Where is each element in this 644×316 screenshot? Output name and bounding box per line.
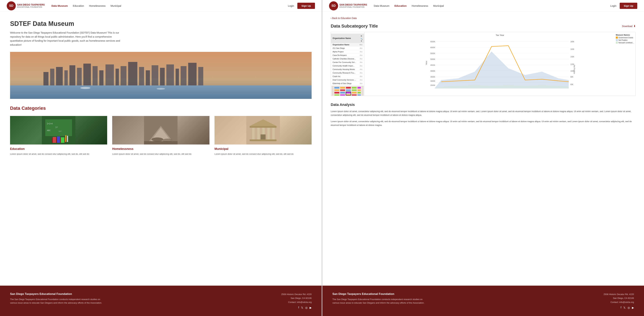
education-category-name[interactable]: Education: [10, 147, 107, 151]
svg-rect-35: [61, 137, 64, 143]
svg-rect-67: [346, 92, 351, 94]
svg-text:5500K: 5500K: [430, 53, 435, 54]
svg-text:Net Position: Net Position: [574, 65, 575, 74]
svg-rect-3: [50, 69, 54, 85]
svg-rect-65: [334, 92, 340, 94]
svg-rect-51: [267, 128, 270, 139]
filter-item-center[interactable]: Center For Community Sol... Abc: [331, 61, 364, 64]
left-nav-municipal[interactable]: Municipal: [110, 4, 121, 7]
chart-svg: 6500K 6000K 5500K 5000K 4500K 4000K 3500…: [368, 38, 632, 92]
svg-rect-56: [340, 87, 345, 89]
svg-rect-22: [188, 63, 196, 85]
filter-item-community-housing[interactable]: Community Housing Works Abc: [331, 68, 364, 71]
left-nav-data-museum[interactable]: Data Museum: [52, 4, 68, 7]
svg-rect-6: [70, 65, 75, 85]
left-footer-social: f 𝕏 ◎ ▶: [281, 306, 312, 309]
right-nav-municipal[interactable]: Municipal: [433, 4, 444, 7]
svg-text:2500K: 2500K: [430, 84, 435, 86]
left-login-button[interactable]: Login: [288, 4, 294, 7]
right-nav-education[interactable]: Education: [394, 4, 407, 7]
left-signup-button[interactable]: Sign Up: [297, 3, 315, 9]
svg-rect-11: [106, 65, 114, 85]
left-logo-circle: SD: [7, 1, 16, 11]
filter-item-casa[interactable]: Casa De Amparo Abc: [331, 54, 364, 57]
svg-rect-16: [146, 70, 150, 85]
twitter-icon[interactable]: 𝕏: [301, 306, 303, 309]
right-footer: San Diego Taxpayers Educational Foundati…: [322, 286, 644, 316]
left-nav-education[interactable]: Education: [73, 4, 84, 7]
svg-rect-9: [92, 66, 98, 85]
homelessness-category-desc: Lorem ipsum dolor sit amet, sed do conse…: [112, 152, 209, 156]
download-icon: ⬇: [634, 25, 636, 28]
right-footer-left: San Diego Taxpayers Educational Foundati…: [332, 292, 425, 305]
download-button[interactable]: Download ⬇: [622, 25, 636, 28]
right-main-content: Back to Education Data Data Subcategory …: [322, 12, 644, 286]
left-main-content: SDTEF Data Museum Welcome to the San Die…: [0, 12, 322, 286]
svg-marker-118: [434, 52, 569, 88]
right-instagram-icon[interactable]: ◎: [628, 306, 630, 309]
filter-item-211[interactable]: 211 San Diego Abc: [331, 47, 364, 50]
education-image: 2+2=4 ∑x² ABC π r²: [10, 116, 107, 145]
svg-rect-36: [66, 135, 66, 142]
education-category-desc: Lorem ipsum dolor sit amet, sed do conse…: [10, 152, 107, 156]
svg-rect-37: [67, 136, 68, 142]
homelessness-image: [112, 116, 209, 145]
right-youtube-icon[interactable]: ▶: [632, 306, 634, 309]
svg-point-25: [157, 88, 165, 90]
filter-item-deaf[interactable]: Deaf Community Services ... Abc: [331, 78, 364, 82]
category-card-homelessness: Homelessness Lorem ipsum dolor sit amet,…: [112, 116, 209, 156]
svg-rect-13: [120, 66, 126, 85]
youtube-icon[interactable]: ▶: [310, 306, 312, 309]
filter-item-community-research[interactable]: Community Research Fou... Abc: [331, 71, 364, 75]
right-login-button[interactable]: Login: [610, 4, 616, 7]
svg-rect-18: [160, 68, 165, 85]
right-nav-homelessness[interactable]: Homelessness: [412, 4, 428, 7]
svg-rect-57: [346, 87, 351, 89]
svg-rect-14: [128, 62, 137, 85]
svg-rect-74: [358, 94, 361, 96]
svg-rect-45: [250, 139, 276, 141]
svg-rect-19: [166, 65, 174, 85]
back-link[interactable]: Back to Education Data: [331, 17, 636, 20]
right-facebook-icon[interactable]: f: [621, 306, 621, 309]
svg-text:ABC: ABC: [47, 129, 51, 131]
filter-header: Organization Name × 🔍 ▼: [331, 34, 364, 43]
subcategory-title: Data Subcategory Title: [331, 24, 378, 29]
right-signup-button[interactable]: Sign Up: [620, 3, 637, 9]
filter-close-icon[interactable]: ×: [360, 35, 362, 38]
right-twitter-icon[interactable]: 𝕏: [623, 306, 626, 309]
intro-text: Welcome to the San Diego Taxpayers Educa…: [10, 31, 124, 47]
left-nav-homelessness[interactable]: Homelessness: [89, 4, 106, 7]
svg-text:4500K: 4500K: [430, 64, 435, 66]
svg-rect-4: [56, 67, 63, 85]
filter-item-community-health[interactable]: Community Health Impor... Abc: [331, 64, 364, 68]
svg-rect-8: [83, 64, 91, 85]
filter-item-elderhelp[interactable]: Elderhelp of San Diego Abc: [331, 82, 364, 85]
instagram-icon[interactable]: ◎: [305, 306, 308, 309]
svg-rect-64: [358, 90, 361, 91]
left-nav: SD SAN DIEGO TAXPAYERS EDUCATIONAL FOUND…: [0, 0, 322, 12]
svg-rect-66: [340, 92, 345, 94]
svg-rect-71: [340, 94, 345, 96]
left-footer-address: 2508 Historic Decatur Rd. #220 San Diego…: [281, 292, 312, 304]
right-nav-data-museum[interactable]: Data Museum: [374, 4, 390, 7]
filter-panel: Organization Name × 🔍 ▼ Organization Nam…: [331, 32, 364, 96]
right-footer-right: 2508 Historic Decatur Rd. #220 San Diego…: [604, 292, 634, 309]
filter-search-icon[interactable]: 🔍: [360, 38, 362, 40]
page-title: SDTEF Data Museum: [10, 20, 312, 27]
analysis-para1: Lorem ipsum dolor sit amet, consectetur …: [331, 110, 636, 117]
municipal-category-desc: Lorem ipsum dolor sit amet, sed do conse…: [214, 152, 312, 156]
filter-item-crash[interactable]: Crash Inc Abc: [331, 75, 364, 78]
homelessness-category-name[interactable]: Homelessness: [112, 147, 209, 151]
chart-area: Tax Year Measure Names Government Grants…: [364, 32, 636, 96]
municipal-category-name[interactable]: Municipal: [214, 147, 312, 151]
svg-rect-15: [139, 67, 144, 85]
filter-item-alpha[interactable]: Alpha Project Abc: [331, 50, 364, 54]
filter-options-icon[interactable]: ▼: [360, 40, 362, 42]
svg-rect-2: [44, 72, 48, 85]
svg-rect-59: [358, 87, 361, 89]
svg-text:π r²: π r²: [59, 130, 62, 132]
filter-item-catholic[interactable]: Catholic Charities Diocese... Abc: [331, 57, 364, 61]
right-footer-social: f 𝕏 ◎ ▶: [604, 306, 634, 309]
facebook-icon[interactable]: f: [298, 306, 299, 309]
